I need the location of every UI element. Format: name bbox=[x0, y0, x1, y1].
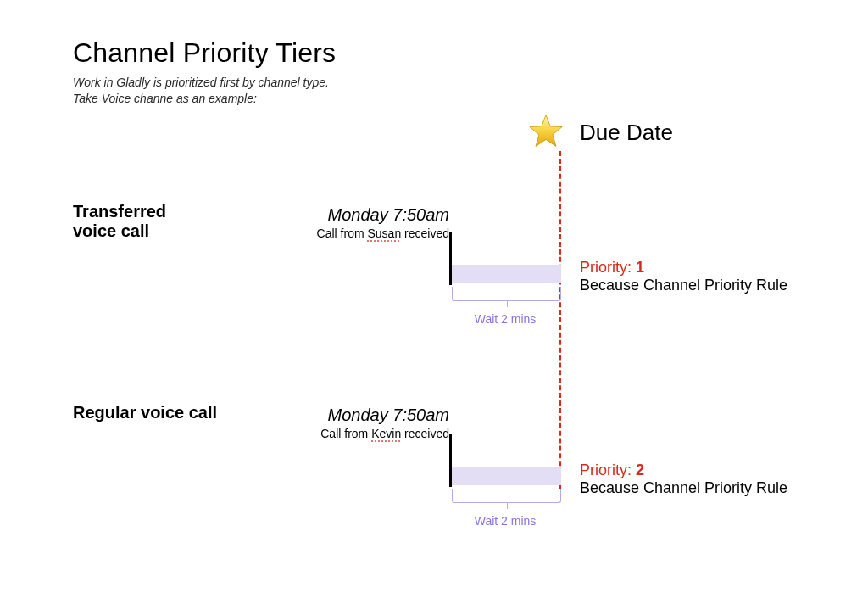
priority-reason: Because Channel Priority Rule bbox=[580, 277, 787, 294]
timestamp-caption-1: Call from Susan received bbox=[317, 227, 449, 240]
caption-keyword: Kevin bbox=[371, 427, 401, 440]
due-date-label: Due Date bbox=[580, 120, 673, 146]
caption-suffix: received bbox=[401, 227, 449, 240]
wait-fill bbox=[452, 467, 561, 485]
priority-reason: Because Channel Priority Rule bbox=[580, 479, 787, 497]
timestamp-block-1: Monday 7:50am Call from Susan received bbox=[317, 205, 449, 240]
priority-annotation-2: Priority: 2 Because Channel Priority Rul… bbox=[580, 462, 787, 497]
page-subtitle: Work in Gladly is prioritized first by c… bbox=[73, 75, 329, 107]
priority-value: 1 bbox=[636, 259, 644, 276]
priority-annotation-1: Priority: 1 Because Channel Priority Rul… bbox=[580, 259, 787, 294]
timestamp-block-2: Monday 7:50am Call from Kevin received bbox=[320, 406, 449, 440]
timestamp-1: Monday 7:50am bbox=[317, 205, 449, 225]
caption-keyword: Susan bbox=[367, 227, 401, 240]
wait-bracket bbox=[452, 287, 561, 301]
caption-prefix: Call from bbox=[320, 427, 371, 440]
row-label-regular: Regular voice call bbox=[73, 403, 217, 422]
priority-prefix: Priority: bbox=[580, 462, 636, 478]
caption-prefix: Call from bbox=[317, 227, 368, 240]
star-icon bbox=[529, 114, 563, 148]
wait-fill bbox=[452, 265, 561, 283]
priority-value: 2 bbox=[636, 462, 644, 478]
wait-label-2: Wait 2 mins bbox=[449, 514, 561, 528]
priority-prefix: Priority: bbox=[580, 259, 636, 276]
diagram-canvas: Channel Priority Tiers Work in Gladly is… bbox=[0, 0, 868, 593]
wait-bracket bbox=[452, 489, 561, 503]
priority-head: Priority: 1 bbox=[580, 259, 787, 277]
wait-label-1: Wait 2 mins bbox=[449, 312, 561, 326]
row-label-transferred: Transferred voice call bbox=[73, 202, 166, 241]
priority-head: Priority: 2 bbox=[580, 462, 787, 479]
caption-suffix: received bbox=[401, 427, 449, 440]
timestamp-2: Monday 7:50am bbox=[320, 406, 449, 425]
page-title: Channel Priority Tiers bbox=[73, 37, 336, 69]
timestamp-caption-2: Call from Kevin received bbox=[320, 427, 449, 440]
